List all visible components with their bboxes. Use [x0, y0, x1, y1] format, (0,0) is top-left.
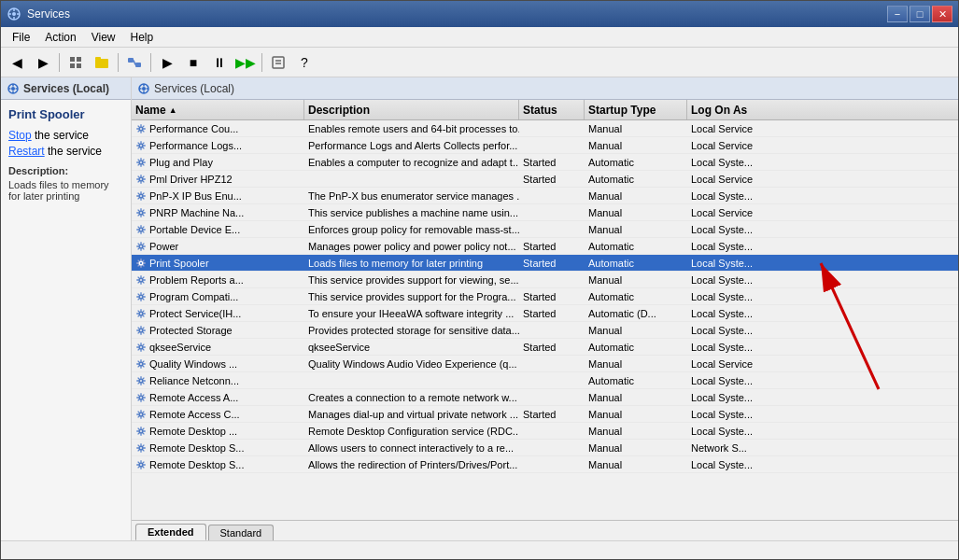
cell-status [519, 440, 585, 455]
desc-text: Loads files to memory for later printing [8, 179, 123, 202]
table-row[interactable]: Power Manages power policy and power pol… [132, 238, 958, 255]
svg-line-57 [138, 159, 139, 160]
svg-rect-13 [135, 63, 141, 67]
restart-button[interactable]: ▶▶ [233, 51, 258, 74]
cell-startup: Automatic [585, 288, 687, 304]
svg-line-235 [138, 467, 139, 468]
svg-line-165 [138, 349, 139, 350]
tab-extended[interactable]: Extended [135, 524, 206, 540]
properties-button[interactable] [266, 51, 290, 74]
cell-desc: Allows the redirection of Printers/Drive… [304, 456, 519, 472]
right-panel: Services (Local) Name ▲ Description Stat… [132, 77, 958, 540]
forward-button[interactable]: ▶ [31, 51, 55, 74]
cell-status: Started [519, 339, 585, 355]
up-button[interactable] [63, 51, 88, 74]
maximize-button[interactable]: □ [910, 6, 930, 22]
table-row[interactable]: Protect Service(IH... To ensure your IHe… [132, 305, 958, 322]
col-logon[interactable]: Log On As [687, 100, 958, 119]
help-button[interactable]: ? [292, 51, 317, 74]
table-row[interactable]: Remote Access A... Creates a connection … [132, 389, 958, 406]
cell-desc: Loads files to memory for later printing [304, 255, 519, 271]
cell-logon: Local Service [687, 204, 958, 220]
svg-line-117 [138, 259, 139, 260]
folders-button[interactable] [90, 51, 114, 74]
cell-status [519, 322, 585, 338]
svg-line-77 [138, 192, 139, 193]
tab-standard[interactable]: Standard [208, 525, 275, 540]
svg-line-133 [143, 299, 144, 300]
table-row[interactable]: Pml Driver HPZ12 Started Automatic Local… [132, 171, 958, 188]
svg-line-223 [143, 450, 144, 451]
svg-line-129 [143, 276, 144, 277]
cell-desc: Performance Logs and Alerts Collects per… [304, 137, 519, 153]
sidebar-services-local[interactable]: Services (Local) [23, 82, 109, 95]
table-row[interactable]: Remote Desktop S... Allows the redirecti… [132, 456, 958, 473]
svg-line-103 [143, 248, 144, 249]
svg-line-177 [138, 360, 139, 361]
col-name[interactable]: Name ▲ [132, 100, 304, 119]
svg-point-171 [140, 362, 142, 364]
cell-startup: Automatic [585, 238, 687, 254]
window-icon [7, 7, 21, 21]
play-button[interactable]: ▶ [155, 51, 179, 74]
stop-service-link[interactable]: Stop [8, 129, 32, 142]
menu-help[interactable]: Help [123, 27, 162, 47]
cell-status [519, 204, 585, 220]
left-panel-title: Print Spooler [8, 107, 123, 121]
stop-button[interactable]: ■ [181, 51, 205, 74]
connect-button[interactable] [122, 51, 147, 74]
table-row[interactable]: PnP-X IP Bus Enu... The PnP-X bus enumer… [132, 188, 958, 204]
svg-point-51 [140, 161, 142, 162]
svg-line-183 [143, 383, 144, 384]
table-row[interactable]: Reliance Netconn... Automatic Local Syst… [132, 372, 958, 389]
table-row[interactable]: Protected Storage Provides protected sto… [132, 322, 958, 339]
cell-status: Started [519, 238, 585, 254]
table-row[interactable]: Portable Device E... Enforces group poli… [132, 221, 958, 238]
back-button[interactable]: ◀ [5, 51, 29, 74]
svg-line-115 [138, 265, 139, 266]
table-row[interactable]: Remote Access C... Manages dial-up and v… [132, 406, 958, 423]
cell-desc: Enforces group policy for removable mass… [304, 221, 519, 237]
table-row[interactable]: Remote Desktop S... Allows users to conn… [132, 440, 958, 456]
cell-status [519, 389, 585, 405]
cell-desc: This service provides support for viewin… [304, 272, 519, 287]
table-row[interactable]: qkseeService qkseeService Started Automa… [132, 339, 958, 356]
title-bar: Services − □ ✕ [1, 1, 958, 27]
table-row[interactable]: Remote Desktop ... Remote Desktop Config… [132, 423, 958, 440]
restart-service-link[interactable]: Restart [8, 145, 45, 158]
pause-button[interactable]: ⏸ [207, 51, 232, 74]
toolbar: ◀ ▶ ▶ ■ ⏸ ▶▶ ? [1, 48, 958, 77]
table-row[interactable]: Performance Cou... Enables remote users … [132, 120, 958, 137]
stop-service-suffix: the service [32, 129, 89, 142]
cell-desc: Manages power policy and power policy no… [304, 238, 519, 254]
table-row[interactable]: Print Spooler Loads files to memory for … [132, 255, 958, 272]
svg-line-155 [138, 332, 139, 333]
table-row[interactable]: Program Compati... This service provides… [132, 288, 958, 305]
col-startup[interactable]: Startup Type [585, 100, 687, 119]
table-row[interactable]: Problem Reports a... This service provid… [132, 272, 958, 288]
svg-line-79 [143, 192, 144, 193]
svg-rect-8 [70, 63, 75, 68]
svg-line-207 [138, 411, 139, 412]
menu-view[interactable]: View [84, 27, 123, 47]
cell-startup: Automatic (D... [585, 305, 687, 321]
close-button[interactable]: ✕ [932, 6, 952, 22]
svg-line-127 [138, 276, 139, 277]
table-row[interactable]: Plug and Play Enables a computer to reco… [132, 154, 958, 171]
main-area: Services (Local) Print Spooler Stop the … [1, 77, 958, 540]
cell-desc: Creates a connection to a remote network… [304, 389, 519, 405]
table-row[interactable]: Performance Logs... Performance Logs and… [132, 137, 958, 154]
svg-line-199 [143, 394, 144, 395]
table-row[interactable]: Quality Windows ... Quality Windows Audi… [132, 356, 958, 372]
col-status[interactable]: Status [519, 100, 585, 119]
cell-logon: Local Service [687, 137, 958, 153]
menu-action[interactable]: Action [37, 27, 83, 47]
table-row[interactable]: PNRP Machine Na... This service publishe… [132, 204, 958, 221]
svg-line-169 [143, 343, 144, 344]
col-desc[interactable]: Description [304, 100, 519, 119]
svg-line-185 [138, 383, 139, 384]
minimize-button[interactable]: − [887, 6, 908, 22]
svg-line-187 [138, 377, 139, 378]
menu-file[interactable]: File [5, 27, 37, 47]
svg-point-101 [140, 245, 142, 246]
